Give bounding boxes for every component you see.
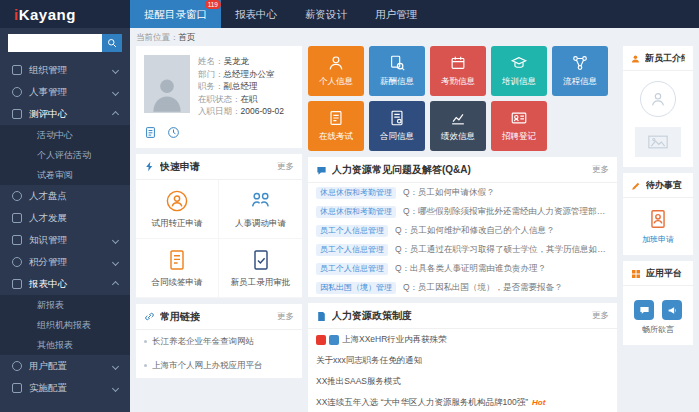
sidebar-item-org[interactable]: 组织管理 [0,59,130,81]
employee-status: 在职状态：在职 [198,93,294,106]
qa-item[interactable]: 员工个人信息管理Q：员工通过在职学习取得了硕士学位，其学历信息如何维护？ [308,240,617,259]
sidebar: 组织管理 人事管理 测评中心 活动中心 个人评估活动 试卷审阅 人才盘点 人才发… [0,28,130,412]
external-link-pension[interactable]: 长江养老企业年金查询网站 [136,330,302,354]
top-menu-users[interactable]: 用户管理 [361,0,431,28]
search-input[interactable] [8,34,102,52]
employee-photo [144,55,190,113]
breadcrumb-current[interactable]: 首页 [179,32,196,42]
app-logo: iKayang [0,0,130,28]
shortcut-tiles: 个人信息 薪酬信息 考勤信息 培训信息 流程信息 [308,46,617,151]
link-icon [144,311,155,322]
app-announce-icon[interactable] [662,300,682,320]
sidebar-item-knowledge[interactable]: 知识管理 [0,229,130,251]
policy-item[interactable]: XX推出SAAS服务模式 [308,371,617,392]
panel-title: 待办事宜 [646,179,682,192]
search-button[interactable] [102,34,122,52]
chevron-down-icon [112,88,119,95]
tile-personal-info[interactable]: 个人信息 [308,46,364,96]
top-menu-reminder[interactable]: 提醒目录窗口 119 [130,0,221,28]
tile-recruitment[interactable]: 招聘登记 [491,101,547,151]
person-icon [327,54,345,72]
qa-item[interactable]: 休息休假和考勤管理Q：哪些假别除须报审批外还需经由人力资源管理部门审核批准？ [308,202,617,221]
sidebar-item-points[interactable]: 积分管理 [0,251,130,273]
resume-icon[interactable] [144,126,157,139]
sidebar-item-impl-config[interactable]: 实施配置 [0,377,130,399]
app-grid-icon [631,269,641,279]
sidebar-item-evaluation[interactable]: 测评中心 [0,103,130,125]
new-hire-approval-icon [249,248,273,272]
breadcrumb: 当前位置：首页 [136,28,693,46]
chevron-up-icon [112,110,119,117]
sidebar-item-report-center[interactable]: 报表中心 [0,273,130,295]
tile-attendance-info[interactable]: 考勤信息 [430,46,486,96]
qa-more-link[interactable]: 更多 [592,164,609,176]
sidebar-subitem-org-report[interactable]: 组织机构报表 [0,315,130,335]
top-bar: iKayang 提醒目录窗口 119 报表中心 薪资设计 用户管理 [0,0,699,28]
tile-salary-info[interactable]: 薪酬信息 [369,46,425,96]
qa-item[interactable]: 员工个人信息管理Q：员工如何维护和修改自己的个人信息？ [308,221,617,240]
employee-card: 姓名：吴龙龙 部门：总经理办公室 职务：副总经理 在职状态：在职 入职日期：20… [136,46,302,148]
evaluation-icon [12,109,22,119]
new-employee-icon [631,54,640,64]
panel-title: 新员工介绍 [645,52,685,65]
qa-item[interactable]: 因私出国（境）管理Q：员工因私出国（境），是否需要报备？ [308,278,617,297]
external-link-tax[interactable]: 上海市个人网上办税应用平台 [136,354,302,378]
chevron-up-icon [112,280,119,287]
panel-title: 人力资源政策制度 [332,309,412,323]
person-outline-icon [649,90,667,108]
app-platform-panel: 应用平台 畅所欲言 [623,261,693,345]
tile-training-info[interactable]: 培训信息 [491,46,547,96]
sidebar-item-talent-development[interactable]: 人才发展 [0,207,130,229]
qa-item[interactable]: 员工个人信息管理Q：出具各类人事证明需由谁负责办理？ [308,259,617,278]
tile-online-exam[interactable]: 在线考试 [308,101,364,151]
impl-config-icon [12,383,22,393]
chat-bubble-icon [316,165,327,176]
sidebar-subitem-personal-evaluation[interactable]: 个人评估活动 [0,145,130,165]
notification-badge: 119 [205,0,221,9]
clock-icon[interactable] [167,126,180,139]
quick-apply-more-link[interactable]: 更多 [277,161,294,173]
policy-item[interactable]: XX连续五年入选 “大中华区人力资源服务机构品牌100强”Hot [308,392,617,412]
quick-apply-new-hire[interactable]: 新员工录用审批 [219,239,302,298]
chevron-down-icon [112,66,119,73]
tile-performance-info[interactable]: 绩效信息 [430,101,486,151]
app-forum-icon[interactable] [634,300,654,320]
policy-panel: 人力资源政策制度 更多 上海XXeHR行业内再获殊荣 关于xxx同志职务任免的通… [308,303,617,412]
org-icon [12,65,22,75]
employee-hire-date: 入职日期：2006-09-02 [198,105,294,118]
sidebar-subitem-new-report[interactable]: 新报表 [0,295,130,315]
megaphone-icon [667,305,678,316]
new-employee-panel: 新员工介绍 [623,46,693,167]
tile-contract-info[interactable]: 合同信息 [369,101,425,151]
common-links-panel: 常用链接 更多 长江养老企业年金查询网站 上海市个人网上办税应用平台 [136,304,302,378]
exam-sheet-icon [327,109,345,127]
quick-apply-contract-renew[interactable]: 合同续签申请 [136,239,219,298]
policy-item[interactable]: 上海XXeHR行业内再获殊荣 [308,329,617,350]
contract-renew-icon [165,248,189,272]
todo-item[interactable]: 加班申请 [623,198,693,255]
policy-more-link[interactable]: 更多 [592,310,609,322]
top-menu-reports[interactable]: 报表中心 [221,0,291,28]
top-menu-salary[interactable]: 薪资设计 [291,0,361,28]
sidebar-item-user-config[interactable]: 用户配置 [0,355,130,377]
links-more-link[interactable]: 更多 [277,311,294,323]
hot-badge: Hot [532,398,545,407]
sidebar-subitem-activity-center[interactable]: 活动中心 [0,125,130,145]
talent-icon [12,191,22,201]
quick-apply-transfer[interactable]: 人事调动申请 [219,180,302,239]
sidebar-item-hr[interactable]: 人事管理 [0,81,130,103]
app-label: 畅所欲言 [642,324,674,335]
calendar-icon [449,54,467,72]
policy-item[interactable]: 关于xxx同志职务任免的通知 [308,350,617,371]
tile-workflow-info[interactable]: 流程信息 [552,46,608,96]
sidebar-subitem-other-report[interactable]: 其他报表 [0,335,130,355]
employee-position: 职务：副总经理 [198,80,294,93]
contract-seal-icon [388,109,406,127]
chevron-down-icon [112,258,119,265]
quick-apply-probation[interactable]: 试用转正申请 [136,180,219,239]
chevron-down-icon [112,236,119,243]
sidebar-item-talent-review[interactable]: 人才盘点 [0,185,130,207]
topic-badge-icon [329,335,339,345]
sidebar-subitem-paper-review[interactable]: 试卷审阅 [0,165,130,185]
qa-item[interactable]: 休息休假和考勤管理Q：员工如何申请休假？ [308,183,617,202]
